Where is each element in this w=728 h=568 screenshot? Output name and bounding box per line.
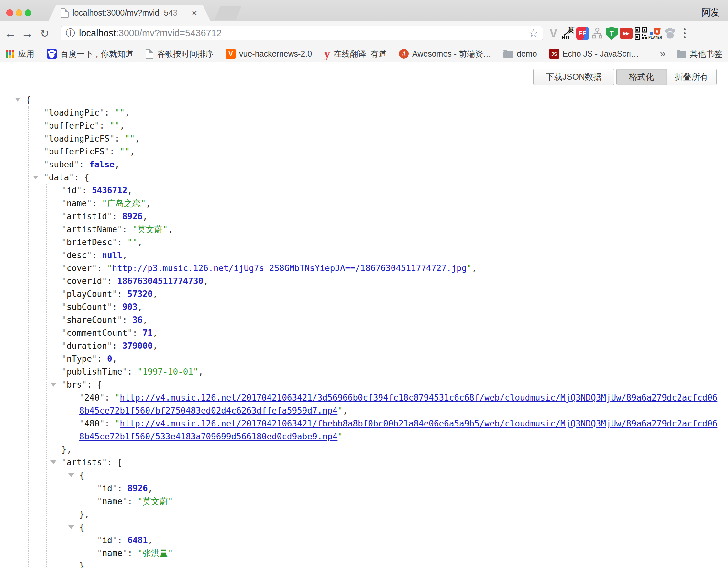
bookmark-item-awesomes[interactable]: A Awesomes - 前端资…: [399, 49, 491, 59]
json-token-q: ": [61, 289, 67, 299]
json-token-q: ": [107, 341, 112, 351]
json-token-p: ,: [135, 134, 140, 143]
tampermonkey-icon[interactable]: T: [604, 24, 619, 43]
json-token-q: ": [79, 419, 84, 429]
json-token-p: :: [115, 134, 125, 143]
bookmarks-bar: 应用 百度一下，你就知道 谷歌按时间排序 V vue-hackernews-2.…: [0, 46, 728, 62]
download-json-button[interactable]: 下载JSON数据: [533, 69, 614, 85]
json-token-p: ,: [122, 250, 127, 260]
bookmark-item-demo[interactable]: demo: [503, 49, 537, 59]
json-line: "loadingPic": "",: [44, 106, 719, 119]
collapse-all-button[interactable]: 折叠所有: [667, 69, 717, 84]
json-token-q: ": [61, 276, 67, 286]
json-token-k: name: [67, 198, 87, 208]
json-token-s: "": [127, 237, 138, 247]
collapse-toggle-icon[interactable]: [15, 98, 21, 102]
json-token-k: name: [102, 548, 123, 558]
json-link[interactable]: http://p3.music.126.net/ijUg7s_2S8GMbTNs…: [112, 263, 467, 273]
json-token-p: : [: [107, 458, 122, 467]
json-viewer: {"loadingPic": "","bufferPic": "","loadi…: [0, 93, 728, 568]
json-token-k: brs: [67, 380, 82, 390]
json-line: "bufferPicFS": "",: [44, 145, 719, 158]
collapse-toggle-icon[interactable]: [68, 473, 74, 477]
baidu-icon: [47, 49, 57, 59]
html5-player-icon[interactable]: 5 PLAYER: [648, 24, 663, 43]
bookmark-item-youdao[interactable]: y 在线翻译_有道: [324, 49, 387, 59]
new-tab-button[interactable]: [215, 6, 242, 20]
tab-title: localhost:3000/mv?mvid=543: [72, 8, 188, 17]
json-token-k: bufferPicFS: [49, 147, 105, 156]
json-token-q: ": [61, 237, 67, 247]
bookmark-item-baidu[interactable]: 百度一下，你就知道: [47, 49, 133, 59]
active-tab[interactable]: localhost:3000/mv?mvid=543 ×: [49, 5, 210, 21]
json-token-n: null: [102, 250, 122, 260]
json-token-q: ": [44, 108, 49, 117]
json-token-s: ": [115, 419, 120, 429]
back-button[interactable]: ←: [3, 21, 18, 46]
json-token-q: ": [97, 548, 102, 558]
json-link[interactable]: http://v4.music.126.net/20170421063421/3…: [79, 393, 717, 416]
collapse-toggle-icon[interactable]: [68, 525, 74, 529]
collapse-toggle-icon[interactable]: [50, 383, 56, 387]
json-token-k: artistId: [67, 211, 107, 221]
bookmarks-overflow-icon[interactable]: »: [660, 48, 666, 60]
apps-shortcut[interactable]: 应用: [6, 49, 34, 59]
json-token-q: ": [61, 328, 67, 338]
translate-icon[interactable]: 英 en: [561, 24, 575, 43]
json-token-s: "": [110, 121, 120, 130]
page-info-icon[interactable]: ⓘ: [66, 27, 75, 40]
json-token-n: 6481: [127, 535, 148, 545]
json-token-q: ": [44, 173, 49, 182]
collapse-toggle-icon[interactable]: [33, 175, 39, 179]
tab-close-icon[interactable]: ×: [192, 8, 197, 18]
json-token-p: :: [107, 276, 117, 286]
json-token-p: ,: [472, 263, 477, 273]
json-token-q: ": [107, 302, 112, 312]
json-token-k: desc: [67, 250, 87, 260]
forward-button[interactable]: →: [19, 21, 35, 46]
collapse-toggle-icon[interactable]: [50, 461, 56, 464]
bookmark-item-vue-hackernews[interactable]: V vue-hackernews-2.0: [226, 49, 312, 59]
json-token-q: ": [77, 185, 82, 195]
vue-devtools-icon[interactable]: V: [546, 24, 561, 43]
json-token-s: ": [107, 263, 112, 273]
json-token-q: ": [79, 393, 84, 403]
extension-icons: V 英 en FE T ▶▶: [546, 21, 692, 46]
json-line: "coverId": 18676304511774730,: [61, 274, 719, 288]
json-token-q: ": [112, 535, 117, 545]
json-token-s: ": [467, 263, 472, 273]
bookmark-item-echojs[interactable]: JS Echo JS - JavaScri…: [549, 49, 639, 59]
json-token-p: ,: [115, 160, 120, 169]
reload-button[interactable]: ↻: [37, 21, 52, 46]
bookmarks-right: » 其他书签: [660, 48, 722, 60]
maximize-window-button[interactable]: [25, 9, 31, 16]
paw-icon[interactable]: [663, 24, 677, 43]
json-token-k: publishTime: [67, 367, 122, 377]
bookmark-star-icon[interactable]: ☆: [528, 27, 538, 39]
json-line: "commentCount": 71,: [61, 327, 719, 340]
sitemap-icon[interactable]: [590, 24, 604, 43]
minimize-window-button[interactable]: [16, 9, 22, 16]
other-bookmarks[interactable]: 其他书签: [677, 49, 722, 59]
json-token-p: :: [97, 263, 107, 273]
json-token-p: :: [105, 419, 115, 429]
json-line: {: [26, 93, 719, 106]
bookmark-item-google-sort[interactable]: 谷歌按时间排序: [146, 49, 214, 59]
qrcode-icon[interactable]: [634, 24, 648, 43]
format-button[interactable]: 格式化: [617, 69, 667, 84]
json-token-q: ": [122, 367, 127, 377]
json-token-k: 240: [84, 393, 100, 403]
menu-icon[interactable]: [677, 24, 692, 43]
url-path: :3000/mv?mvid=5436712: [116, 28, 221, 38]
address-bar[interactable]: ⓘ localhost:3000/mv?mvid=5436712 ☆: [61, 26, 543, 40]
json-token-p: ,: [130, 147, 135, 156]
fe-helper-icon[interactable]: FE: [575, 24, 590, 43]
json-link[interactable]: http://v4.music.126.net/20170421063421/f…: [79, 419, 717, 441]
video-downloader-icon[interactable]: ▶▶: [619, 24, 634, 43]
json-token-q: ": [44, 134, 49, 143]
json-token-k: bufferPic: [49, 121, 94, 130]
json-token-p: :: [117, 289, 127, 299]
close-window-button[interactable]: [6, 9, 13, 16]
json-token-p: ,: [153, 289, 158, 299]
json-token-s: ": [115, 393, 120, 403]
